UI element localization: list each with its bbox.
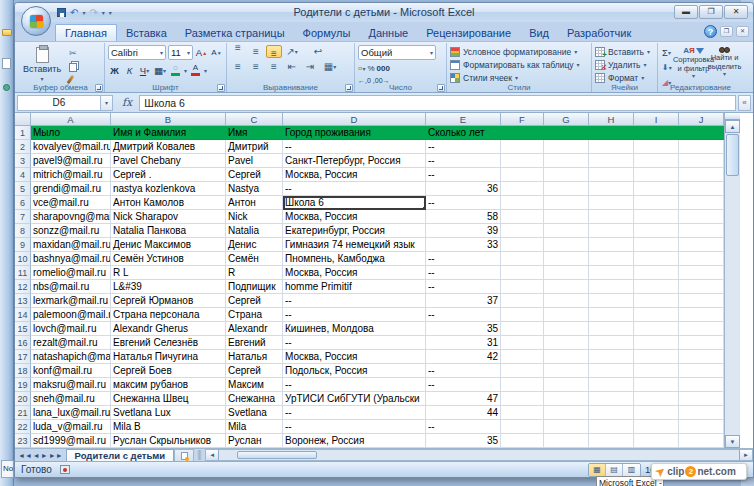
cell-E4[interactable]: -- bbox=[426, 168, 501, 182]
cell-H5[interactable] bbox=[589, 182, 634, 196]
row-header-14[interactable]: 14 bbox=[15, 308, 31, 322]
cell-H13[interactable] bbox=[589, 294, 634, 308]
cell-C18[interactable]: Сергей bbox=[226, 364, 283, 378]
cell-E23[interactable]: 35 bbox=[426, 434, 501, 448]
row-header-8[interactable]: 8 bbox=[15, 224, 31, 238]
cell-B8[interactable]: Natalia Панкова bbox=[111, 224, 226, 238]
borders-button[interactable]: ▦▾ bbox=[153, 63, 167, 77]
title-bar[interactable]: Родители с детьми - Microsoft Excel ▬ ❐ … bbox=[15, 3, 753, 22]
cell-I23[interactable] bbox=[634, 434, 679, 448]
cell-D6[interactable]: Школа 6 bbox=[283, 196, 426, 210]
cell-F22[interactable] bbox=[501, 420, 544, 434]
redo-icon[interactable]: ↷ bbox=[89, 8, 97, 18]
row-header-13[interactable]: 13 bbox=[15, 294, 31, 308]
cell-D2[interactable]: -- bbox=[283, 140, 426, 154]
grow-font-button[interactable]: A▲ bbox=[195, 46, 208, 60]
column-header-B[interactable]: B bbox=[111, 113, 226, 126]
cell-C8[interactable]: Natalia bbox=[226, 224, 283, 238]
cell-B16[interactable]: Евгений Селезнёв bbox=[111, 336, 226, 350]
cell-A21[interactable]: lana_lux@mail.ru bbox=[31, 406, 111, 420]
cell-A7[interactable]: sharapovng@mail.ru bbox=[31, 210, 111, 224]
cell-I9[interactable] bbox=[634, 238, 679, 252]
cell-J6[interactable] bbox=[679, 196, 724, 210]
cell-D16[interactable]: -- bbox=[283, 336, 426, 350]
comma-style-button[interactable]: 000 bbox=[377, 62, 390, 74]
row-header-18[interactable]: 18 bbox=[15, 364, 31, 378]
cell-I19[interactable] bbox=[634, 378, 679, 392]
cell-D5[interactable]: -- bbox=[283, 182, 426, 196]
cell-D7[interactable]: Москва, Россия bbox=[283, 210, 426, 224]
cell-I8[interactable] bbox=[634, 224, 679, 238]
cell-C17[interactable]: Наталья bbox=[226, 350, 283, 364]
horizontal-scroll-thumb[interactable] bbox=[237, 451, 317, 459]
cell-B6[interactable]: Антон Камолов bbox=[111, 196, 226, 210]
delete-cells-button[interactable]: ✕ Удалить▾ bbox=[595, 58, 654, 71]
undo-icon[interactable]: ↶ bbox=[70, 8, 78, 18]
cell-B9[interactable]: Денис Максимов bbox=[111, 238, 226, 252]
alignment-dialog-launcher[interactable] bbox=[345, 84, 353, 92]
cell-C10[interactable]: Семён bbox=[226, 252, 283, 266]
tab-5[interactable]: Рецензирование bbox=[417, 25, 520, 41]
insert-worksheet-tab[interactable] bbox=[174, 449, 194, 461]
row-header-1[interactable]: 1 bbox=[15, 126, 31, 140]
row-header-12[interactable]: 12 bbox=[15, 280, 31, 294]
formula-input[interactable]: Школа 6 bbox=[139, 95, 736, 111]
page-break-view-button[interactable]: ▥ bbox=[623, 464, 640, 476]
row-header-20[interactable]: 20 bbox=[15, 392, 31, 406]
cell-F11[interactable] bbox=[501, 266, 544, 280]
cell-I16[interactable] bbox=[634, 336, 679, 350]
scroll-left-icon[interactable]: ◄ bbox=[206, 450, 219, 460]
cell-G6[interactable] bbox=[544, 196, 589, 210]
cell-J15[interactable] bbox=[679, 322, 724, 336]
cell-B2[interactable]: Дмитрий Ковалев bbox=[111, 140, 226, 154]
cell-A23[interactable]: sd1999@mail.ru bbox=[31, 434, 111, 448]
cell-E8[interactable]: 39 bbox=[426, 224, 501, 238]
cell-C12[interactable]: Подпищик bbox=[226, 280, 283, 294]
cell-E13[interactable]: 37 bbox=[426, 294, 501, 308]
font-size-select[interactable]: 11▾ bbox=[168, 45, 193, 60]
clipboard-dialog-launcher[interactable] bbox=[95, 84, 103, 92]
cell-C7[interactable]: Nick bbox=[226, 210, 283, 224]
cell-D20[interactable]: УрТИСИ СибГУТИ (Уральски bbox=[283, 392, 426, 406]
underline-button[interactable]: Ч▾ bbox=[138, 63, 151, 77]
cell-G19[interactable] bbox=[544, 378, 589, 392]
cell-H8[interactable] bbox=[589, 224, 634, 238]
cell-A11[interactable]: romelio@mail.ru bbox=[31, 266, 111, 280]
scroll-right-icon[interactable]: ► bbox=[739, 450, 752, 460]
cell-grid[interactable]: ABCDEFGHIJ1МылоИмя и ФамилияИмяГород про… bbox=[15, 113, 724, 448]
workbook-restore-icon[interactable]: ❐ bbox=[720, 26, 733, 37]
column-header-G[interactable]: G bbox=[544, 113, 589, 126]
cell-F1[interactable] bbox=[501, 126, 544, 140]
close-button[interactable]: ✕ bbox=[724, 5, 748, 19]
cell-A15[interactable]: lovch@mail.ru bbox=[31, 322, 111, 336]
cell-G7[interactable] bbox=[544, 210, 589, 224]
cell-G11[interactable] bbox=[544, 266, 589, 280]
row-header-4[interactable]: 4 bbox=[15, 168, 31, 182]
cell-D14[interactable]: -- bbox=[283, 308, 426, 322]
tab-6[interactable]: Вид bbox=[520, 25, 558, 41]
cell-D17[interactable]: Москва, Россия bbox=[283, 350, 426, 364]
cell-F3[interactable] bbox=[501, 154, 544, 168]
cell-G17[interactable] bbox=[544, 350, 589, 364]
cell-J20[interactable] bbox=[679, 392, 724, 406]
cell-I2[interactable] bbox=[634, 140, 679, 154]
cell-F9[interactable] bbox=[501, 238, 544, 252]
cell-A14[interactable]: palemoon@mail.ru bbox=[31, 308, 111, 322]
cell-A3[interactable]: pavel9@mail.ru bbox=[31, 154, 111, 168]
cell-C19[interactable]: Максим bbox=[226, 378, 283, 392]
cell-E10[interactable]: -- bbox=[426, 252, 501, 266]
fill-color-button[interactable]: ◌ bbox=[169, 63, 182, 77]
tab-scroll-splitter[interactable] bbox=[196, 450, 203, 460]
cell-A22[interactable]: luda_v@mail.ru bbox=[31, 420, 111, 434]
cell-J9[interactable] bbox=[679, 238, 724, 252]
minimize-button[interactable]: ▬ bbox=[674, 5, 698, 19]
cell-E17[interactable]: 42 bbox=[426, 350, 501, 364]
cell-C2[interactable]: Дмитрий bbox=[226, 140, 283, 154]
increase-indent-button[interactable]: ⇥ bbox=[302, 60, 318, 73]
vertical-scrollbar[interactable]: ▲ ▼ bbox=[724, 113, 740, 448]
font-name-select[interactable]: Calibri▾ bbox=[108, 45, 166, 60]
tab-2[interactable]: Разметка страницы bbox=[176, 25, 294, 41]
cell-E18[interactable]: -- bbox=[426, 364, 501, 378]
cell-E11[interactable]: -- bbox=[426, 266, 501, 280]
cell-J17[interactable] bbox=[679, 350, 724, 364]
